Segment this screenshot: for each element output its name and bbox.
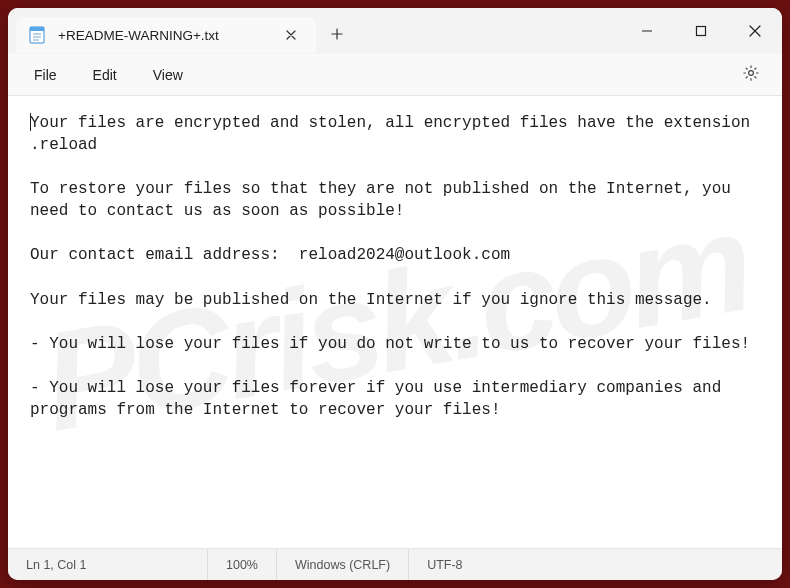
svg-point-7 <box>749 71 754 76</box>
menu-file[interactable]: File <box>16 61 75 89</box>
maximize-button[interactable] <box>674 8 728 54</box>
statusbar: Ln 1, Col 1 100% Windows (CRLF) UTF-8 <box>8 548 782 580</box>
text-caret <box>30 113 31 131</box>
document-text: Your files are encrypted and stolen, all… <box>30 114 760 419</box>
settings-button[interactable] <box>734 58 768 92</box>
minimize-button[interactable] <box>620 8 674 54</box>
menu-edit[interactable]: Edit <box>75 61 135 89</box>
new-tab-button[interactable] <box>320 17 354 51</box>
tab-active[interactable]: +README-WARNING+.txt <box>16 17 316 53</box>
status-position: Ln 1, Col 1 <box>8 549 208 580</box>
close-window-button[interactable] <box>728 8 782 54</box>
svg-rect-6 <box>697 27 706 36</box>
status-line-ending: Windows (CRLF) <box>277 549 409 580</box>
menu-view[interactable]: View <box>135 61 201 89</box>
tab-title: +README-WARNING+.txt <box>58 28 268 43</box>
window-controls <box>620 8 782 54</box>
status-zoom[interactable]: 100% <box>208 549 277 580</box>
tab-strip: +README-WARNING+.txt <box>8 8 620 54</box>
titlebar: +README-WARNING+.txt <box>8 8 782 54</box>
status-encoding: UTF-8 <box>409 549 480 580</box>
close-tab-button[interactable] <box>280 24 302 46</box>
notepad-icon <box>28 26 46 44</box>
gear-icon <box>742 64 760 85</box>
text-editor[interactable]: Your files are encrypted and stolen, all… <box>8 96 782 548</box>
menubar: File Edit View <box>8 54 782 96</box>
notepad-window: +README-WARNING+.txt File Edit View <box>8 8 782 580</box>
svg-rect-1 <box>30 27 44 31</box>
